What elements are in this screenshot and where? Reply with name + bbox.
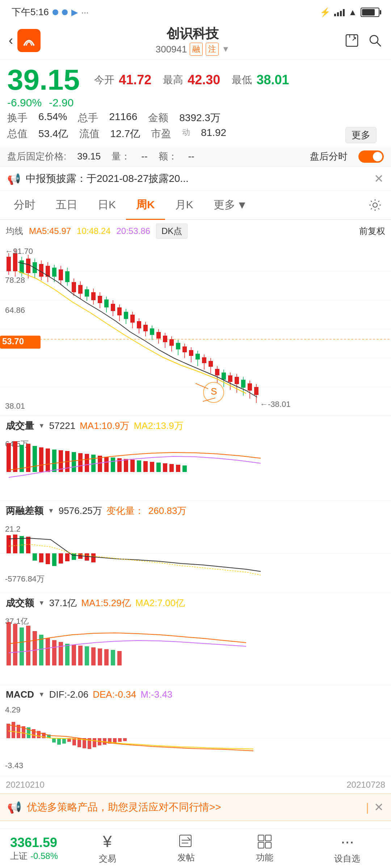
- more-button[interactable]: 更多: [345, 127, 377, 143]
- svg-rect-193: [258, 835, 264, 841]
- svg-rect-152: [59, 642, 63, 665]
- svg-rect-174: [52, 738, 56, 743]
- tab-wuri[interactable]: 五日: [46, 191, 88, 220]
- tab-zhouk[interactable]: 周K: [126, 191, 165, 220]
- svg-rect-117: [130, 460, 135, 472]
- amount-label: 金额: [148, 111, 168, 125]
- svg-text:←91.70: ←91.70: [5, 247, 33, 256]
- high-label: 最高: [163, 73, 183, 87]
- tab-more[interactable]: 更多 ▼: [203, 191, 258, 220]
- nav-watchlist[interactable]: ··· 设自选: [327, 829, 367, 868]
- svg-rect-135: [46, 553, 50, 564]
- change-abs: -2.90: [49, 97, 73, 109]
- svg-rect-154: [72, 645, 76, 665]
- func-label: 功能: [256, 852, 273, 863]
- after-hour-toggle[interactable]: [358, 150, 384, 163]
- svg-rect-132: [26, 537, 30, 553]
- svg-rect-141: [85, 553, 89, 561]
- back-button[interactable]: ‹: [9, 33, 13, 48]
- nav-trading[interactable]: ¥ 交易: [92, 829, 123, 868]
- watchlist-label: 设自选: [334, 853, 360, 864]
- nav-func[interactable]: 功能: [249, 830, 281, 867]
- news-close-button[interactable]: ✕: [374, 172, 384, 186]
- price-section: 39.15 今开 41.72 最高 42.30 最低 38.01 -6.90% …: [0, 60, 391, 146]
- ad-banner: 📢 优选多策略产品，助您灵活应对不同行情>> | ✕: [0, 793, 391, 821]
- vol-val: 57221: [49, 420, 75, 431]
- svg-rect-121: [156, 463, 161, 472]
- liangcha-title: 两融差额: [6, 505, 43, 517]
- bottom-stock[interactable]: 3361.59 上证 -0.58%: [0, 829, 68, 868]
- liangcha-change-label: 变化量：: [106, 505, 144, 517]
- tab-fenshi[interactable]: 分时: [4, 191, 46, 220]
- pe-val: 81.92: [201, 127, 226, 141]
- svg-rect-175: [57, 738, 61, 745]
- svg-rect-0: [346, 35, 358, 46]
- status-dot-2: [62, 9, 68, 15]
- post-label: 发帖: [177, 852, 195, 863]
- open-label: 今开: [94, 73, 114, 87]
- ma-label: 均线: [6, 225, 23, 237]
- tab-rik[interactable]: 日K: [88, 191, 126, 220]
- svg-rect-194: [265, 835, 271, 841]
- svg-rect-119: [143, 461, 148, 472]
- svg-rect-161: [117, 651, 122, 665]
- svg-text:4.29: 4.29: [5, 705, 21, 714]
- stock-name: 创识科技: [156, 25, 230, 43]
- status-dot-1: [52, 9, 58, 15]
- chengjiaoe-ma1: MA1:5.29亿: [81, 597, 131, 609]
- svg-rect-110: [85, 454, 89, 472]
- svg-line-2: [377, 42, 381, 46]
- nav-post[interactable]: 发帖: [170, 830, 202, 867]
- tab-yuek[interactable]: 月K: [165, 191, 203, 220]
- svg-rect-158: [98, 648, 102, 665]
- status-dots: ···: [81, 7, 89, 17]
- svg-rect-188: [123, 738, 127, 741]
- macd-title: MACD: [6, 689, 34, 700]
- svg-rect-142: [91, 553, 96, 562]
- svg-text:78.28: 78.28: [5, 276, 25, 285]
- svg-rect-98: [7, 443, 11, 472]
- wifi-icon: ▲: [348, 7, 357, 17]
- svg-rect-123: [169, 464, 174, 472]
- totalhand-label: 总手: [78, 111, 98, 125]
- fuquan-button[interactable]: 前复权: [359, 225, 385, 237]
- vol-ma1: MA1:10.9万: [80, 420, 129, 432]
- chengjiaoe-ma2: MA2:7.00亿: [135, 597, 185, 609]
- trading-label: 交易: [99, 853, 116, 864]
- svg-rect-129: [7, 535, 11, 553]
- bottom-nav: 3361.59 上证 -0.58% ¥ 交易 发帖: [0, 829, 391, 868]
- totalval-val: 53.4亿: [38, 127, 68, 141]
- bluetooth-icon: ⚡: [320, 7, 331, 17]
- svg-rect-138: [65, 553, 70, 561]
- code-arrow: ▼: [222, 44, 230, 54]
- bottom-stock-price: 3361.59: [10, 835, 58, 850]
- svg-rect-104: [46, 448, 50, 472]
- search-icon[interactable]: [368, 33, 382, 48]
- settings-button[interactable]: [363, 192, 387, 218]
- svg-rect-113: [104, 457, 109, 472]
- macd-header: MACD ▼ DIF:-2.06 DEA:-0.34 M:-3.43: [0, 685, 391, 704]
- battery: 52: [361, 8, 379, 17]
- share-icon[interactable]: [345, 33, 359, 48]
- vol-chart: 64.5万: [0, 436, 391, 501]
- news-bar[interactable]: 📢 中报预披露：于2021-08-27披露20... ✕: [0, 167, 391, 191]
- current-price: 39.15: [7, 65, 80, 94]
- ma20-val: 20:53.86: [117, 226, 150, 236]
- svg-rect-195: [258, 842, 264, 848]
- dk-button[interactable]: DK点: [156, 224, 188, 239]
- svg-point-3: [373, 203, 377, 207]
- price-row1: 39.15 今开 41.72 最高 42.30 最低 38.01: [7, 65, 384, 94]
- fixed-vol-val: --: [141, 151, 147, 162]
- vol-title: 成交量: [6, 420, 34, 432]
- ad-divider: |: [366, 801, 369, 814]
- app-logo: [17, 29, 41, 52]
- more-chevron: ▼: [237, 199, 248, 211]
- ad-close-button[interactable]: ✕: [374, 800, 384, 814]
- svg-rect-109: [78, 453, 83, 472]
- svg-rect-196: [265, 842, 271, 848]
- price-row2: 换手 6.54% 总手 21166 金额 8392.3万: [7, 111, 384, 125]
- totalhand-val: 21166: [109, 111, 137, 125]
- svg-text:-5776.84万: -5776.84万: [5, 574, 45, 583]
- liangcha-val: 9576.25万: [59, 505, 102, 517]
- amount-val: 8392.3万: [179, 111, 220, 125]
